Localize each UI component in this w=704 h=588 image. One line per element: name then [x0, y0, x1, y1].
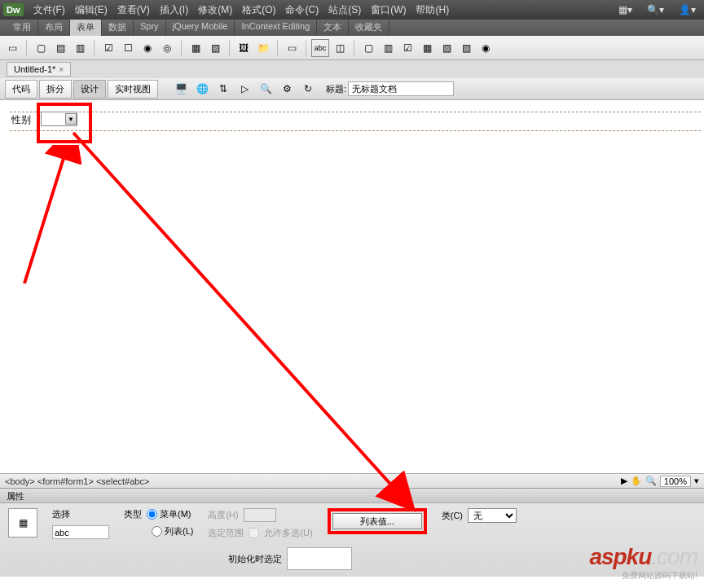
label-icon[interactable]: abc — [311, 39, 329, 57]
init-selected-box[interactable] — [287, 547, 352, 570]
list-values-button[interactable]: 列表值... — [332, 513, 422, 529]
spry-radio-icon[interactable]: ◉ — [477, 39, 495, 57]
form-outline — [10, 112, 701, 131]
titlebar-icons: ▦▾ 🔍▾ 👤▾ — [614, 2, 701, 17]
cat-text[interactable]: 文本 — [317, 20, 349, 36]
app-logo: Dw — [3, 3, 24, 16]
button-icon[interactable]: ▭ — [283, 39, 301, 57]
range-label: 选定范围 — [208, 527, 244, 539]
spry-select-icon[interactable]: ▦ — [418, 39, 436, 57]
select-label: 选择 — [52, 508, 70, 520]
properties-header[interactable]: 属性 — [0, 489, 704, 503]
select-element-icon: ▦ — [8, 508, 37, 538]
annotation-arrow-1 — [16, 145, 81, 292]
view-design[interactable]: 设计 — [73, 80, 106, 99]
annotation-box-2: 列表值... — [328, 508, 427, 534]
layout-icon[interactable]: ▦▾ — [614, 2, 637, 17]
view-live[interactable]: 实时视图 — [108, 80, 158, 99]
menu-file[interactable]: 文件(F) — [29, 3, 70, 17]
ruler-icon[interactable]: ⇅ — [214, 81, 232, 97]
live-code-icon[interactable]: 🖥️ — [172, 81, 190, 97]
radio-icon[interactable]: ◉ — [139, 39, 156, 57]
cat-incontext[interactable]: InContext Editing — [235, 20, 317, 36]
annotation-arrow-2 — [49, 125, 424, 516]
jump-menu-icon[interactable]: ▧ — [206, 39, 224, 57]
menu-help[interactable]: 帮助(H) — [411, 3, 454, 17]
radio-group-icon[interactable]: ◎ — [158, 39, 176, 57]
cat-layout[interactable]: 布局 — [38, 20, 70, 36]
design-area[interactable]: 性别 ▼ — [0, 100, 704, 473]
status-bar: <body> <form#form1> <select#abc> ▶ ✋ 🔍 1… — [0, 473, 704, 488]
document-tab[interactable]: Untitled-1* × — [7, 62, 71, 77]
cat-jquery[interactable]: jQuery Mobile — [166, 20, 235, 36]
menu-view[interactable]: 查看(V) — [112, 3, 155, 17]
search-icon[interactable]: 🔍▾ — [642, 2, 669, 17]
spry-password-icon[interactable]: ▧ — [438, 39, 455, 57]
hidden-field-icon[interactable]: ▤ — [51, 39, 69, 57]
image-field-icon[interactable]: 🖼 — [235, 39, 253, 57]
text-field-icon[interactable]: ▢ — [32, 39, 50, 57]
checkbox-group-icon[interactable]: ☐ — [119, 39, 137, 57]
spry-text-icon[interactable]: ▢ — [359, 39, 377, 57]
multi-checkbox — [249, 528, 259, 538]
svg-line-1 — [73, 133, 411, 507]
type-label: 类型 — [124, 508, 142, 520]
height-label: 高度(H) — [208, 509, 238, 521]
view-split[interactable]: 拆分 — [39, 80, 72, 99]
height-input — [244, 508, 276, 522]
options-icon[interactable]: ⚙ — [278, 81, 296, 97]
title-label: 标题: — [326, 83, 346, 95]
spry-checkbox-icon[interactable]: ☑ — [398, 39, 416, 57]
select-tool-icon[interactable]: ▶ — [621, 476, 627, 486]
menu-commands[interactable]: 命令(C) — [280, 3, 323, 17]
document-tabs: Untitled-1* × — [0, 60, 704, 78]
init-label: 初始化时选定 — [228, 553, 282, 565]
refresh-icon[interactable]: ↻ — [299, 81, 317, 97]
visual-aids-icon[interactable]: ▷ — [235, 81, 253, 97]
class-select[interactable]: 无 — [468, 508, 517, 523]
doc-close-icon[interactable]: × — [59, 65, 64, 74]
checkbox-icon[interactable]: ☑ — [99, 39, 117, 57]
cat-spry[interactable]: Spry — [134, 20, 166, 36]
cat-common[interactable]: 常用 — [7, 20, 38, 36]
browser-icon[interactable]: 🌐 — [193, 81, 211, 97]
file-field-icon[interactable]: 📁 — [254, 39, 272, 57]
spry-textarea-icon[interactable]: ▥ — [379, 39, 397, 57]
textarea-icon[interactable]: ▥ — [71, 39, 89, 57]
hand-tool-icon[interactable]: ✋ — [631, 476, 642, 486]
tag-selector[interactable]: <body> <form#form1> <select#abc> — [5, 476, 149, 486]
form-icon[interactable]: ▭ — [3, 39, 21, 57]
watermark: aspku.com 免费网站源码下载站! — [589, 544, 697, 581]
cat-favorites[interactable]: 收藏夹 — [349, 20, 389, 36]
type-list-radio[interactable]: 列表(L) — [152, 525, 193, 538]
menu-edit[interactable]: 编辑(E) — [70, 3, 112, 17]
zoom-dropdown-icon[interactable]: ▾ — [694, 476, 699, 486]
category-tabs: 常用 布局 表单 数据 Spry jQuery Mobile InContext… — [0, 20, 704, 36]
select-icon[interactable]: ▦ — [187, 39, 205, 57]
menu-insert[interactable]: 插入(I) — [155, 3, 193, 17]
zoom-tool-icon[interactable]: 🔍 — [645, 476, 657, 486]
title-input[interactable] — [348, 81, 454, 96]
title-bar: Dw 文件(F) 编辑(E) 查看(V) 插入(I) 修改(M) 格式(O) 命… — [0, 0, 704, 20]
menu-modify[interactable]: 修改(M) — [193, 3, 237, 17]
user-icon[interactable]: 👤▾ — [674, 2, 701, 17]
zoom-value[interactable]: 100% — [660, 476, 691, 487]
id-input[interactable] — [52, 525, 109, 539]
multi-label: 允许多选(U) — [264, 527, 312, 539]
spry-confirm-icon[interactable]: ▨ — [457, 39, 475, 57]
cat-forms[interactable]: 表单 — [70, 20, 102, 36]
svg-line-0 — [24, 153, 65, 283]
menu-window[interactable]: 窗口(W) — [366, 3, 411, 17]
view-code[interactable]: 代码 — [5, 80, 37, 99]
doc-tab-name: Untitled-1* — [14, 64, 55, 74]
fieldset-icon[interactable]: ◫ — [331, 39, 349, 57]
menu-site[interactable]: 站点(S) — [323, 3, 366, 17]
view-toolbar: 代码 拆分 设计 实时视图 🖥️ 🌐 ⇅ ▷ 🔍 ⚙ ↻ 标题: — [0, 78, 704, 100]
inspect-icon[interactable]: 🔍 — [257, 81, 275, 97]
field-label: 性别 — [11, 113, 31, 127]
class-label: 类(C) — [442, 510, 463, 522]
menu-format[interactable]: 格式(O) — [237, 3, 280, 17]
annotation-box-1 — [37, 103, 92, 143]
cat-data[interactable]: 数据 — [102, 20, 134, 36]
type-menu-radio[interactable]: 菜单(M) — [147, 508, 191, 520]
